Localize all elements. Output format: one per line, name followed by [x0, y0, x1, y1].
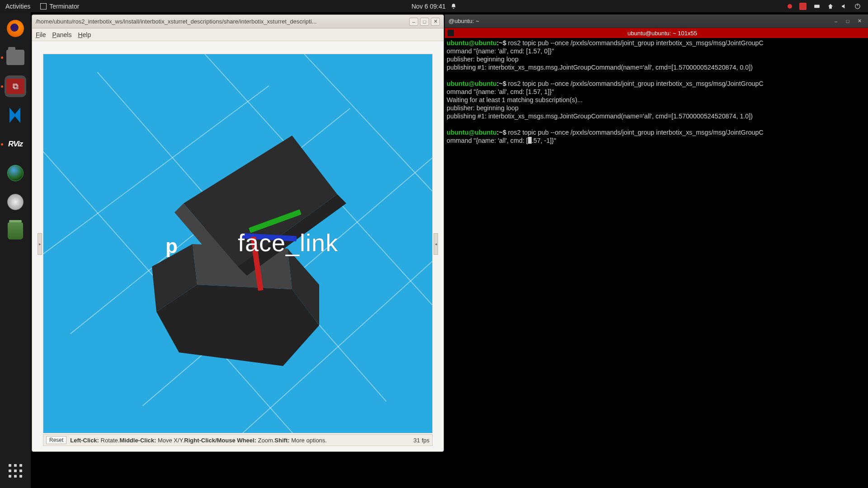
dock-terminator[interactable]: ⧉ [5, 75, 26, 97]
term-tab-title: ubuntu@ubuntu: ~ 101x55 [457, 30, 868, 37]
gnome-top-panel: Activities Terminator Nov 6 09:41 [0, 0, 868, 12]
terminal-cursor [528, 137, 532, 144]
globe-icon [7, 165, 24, 181]
minimize-button[interactable]: – [409, 18, 418, 26]
hint-shift: Shift: More options. [274, 437, 327, 444]
menu-file[interactable]: File [36, 31, 46, 38]
firefox-icon [7, 20, 24, 37]
rviz-title: /home/ubuntu/ros2_interbotix_ws/install/… [36, 18, 407, 25]
disc-icon [7, 194, 24, 210]
svg-rect-2 [857, 4, 858, 6]
term-tab-header[interactable]: ubuntu@ubuntu: ~ 101x55 [445, 28, 868, 38]
cmd-text: ros2 topic pub --once /pxxls/commands/jo… [508, 39, 764, 47]
activities-button[interactable]: Activities [5, 3, 30, 10]
rviz-window: /home/ubuntu/ros2_interbotix_ws/install/… [32, 14, 444, 452]
svg-rect-0 [814, 5, 820, 8]
dock-trash[interactable] [5, 220, 26, 242]
prompt-user: ubuntu@ubuntu [447, 129, 497, 136]
fps-counter: 31 fps [414, 437, 429, 444]
dock-globe[interactable] [5, 162, 26, 184]
menu-help[interactable]: Help [78, 31, 91, 38]
cmd-text: ommand "{name: 'all', cmd: [1.57, 0]}" [447, 47, 554, 55]
notification-icon[interactable] [450, 3, 457, 9]
prompt-user: ubuntu@ubuntu [447, 80, 497, 87]
network-icon[interactable] [827, 3, 834, 9]
dock: ⧉ RViz [0, 12, 31, 488]
terminator-icon: ⧉ [6, 79, 24, 94]
files-icon [6, 50, 24, 65]
prompt-path: :~$ [497, 39, 508, 47]
term-output: Waiting for at least 1 matching subscrip… [447, 96, 583, 103]
rviz-titlebar[interactable]: /home/ubuntu/ros2_interbotix_ws/install/… [32, 15, 443, 28]
prompt-path: :~$ [497, 129, 508, 136]
left-panel-handle[interactable]: ▸ [38, 233, 42, 255]
close-button[interactable]: ✕ [431, 18, 440, 26]
record-indicator-icon[interactable] [788, 4, 792, 9]
volume-icon[interactable] [841, 3, 847, 9]
right-panel-handle[interactable]: ◂ [434, 233, 438, 255]
term-titlebar[interactable]: @ubuntu: ~ – □ ✕ [445, 14, 868, 28]
power-icon[interactable] [854, 3, 861, 9]
term-output: publisher: beginning loop [447, 56, 519, 63]
maximize-button[interactable]: □ [843, 17, 853, 25]
rviz-icon: RViz [8, 140, 23, 149]
dock-files[interactable] [5, 47, 26, 68]
cmd-text: ommand "{name: 'all', cmd: [ [447, 137, 528, 144]
clock[interactable]: Nov 6 09:41 [411, 3, 446, 10]
term-output: publishing #1: interbotix_xs_msgs.msg.Jo… [447, 113, 753, 120]
hint-right: Right-Click/Mouse Wheel: Zoom. [184, 437, 274, 444]
minimize-button[interactable]: – [831, 17, 841, 25]
label-face-link: face_link [238, 229, 338, 257]
label-p: p [165, 235, 178, 258]
active-app-icon [40, 3, 47, 9]
terminator-tab-icon [448, 30, 454, 36]
trash-icon [8, 222, 23, 239]
terminal-body[interactable]: ubuntu@ubuntu:~$ ros2 topic pub --once /… [445, 38, 868, 488]
cmd-text: .57, -1]}" [532, 137, 556, 144]
cmd-text: ros2 topic pub --once /pxxls/commands/jo… [508, 80, 764, 87]
cmd-text: ros2 topic pub --once /pxxls/commands/jo… [508, 129, 764, 136]
dock-vscode[interactable] [5, 104, 26, 126]
dock-firefox[interactable] [5, 18, 26, 39]
svg-marker-11 [156, 285, 319, 366]
term-output: publishing #1: interbotix_xs_msgs.msg.Jo… [447, 64, 753, 71]
keyboard-icon[interactable] [814, 3, 820, 9]
dock-rviz[interactable]: RViz [5, 133, 26, 155]
rviz-3d-viewport[interactable]: p face_link [43, 54, 433, 433]
robot-model [125, 108, 378, 425]
hint-middle: Middle-Click: Move X/Y. [119, 437, 184, 444]
terminator-window: @ubuntu: ~ – □ ✕ ubuntu@ubuntu: ~ 101x55… [445, 14, 868, 488]
tray-app-icon[interactable] [799, 3, 807, 10]
reset-button[interactable]: Reset [46, 436, 66, 444]
term-output: publisher: beginning loop [447, 104, 519, 112]
cmd-text: ommand "{name: 'all', cmd: [1.57, 1]}" [447, 88, 554, 95]
hint-left: Left-Click: Rotate. [70, 437, 119, 444]
prompt-path: :~$ [497, 80, 508, 87]
rviz-menubar: File Panels Help [32, 28, 443, 41]
active-app-name[interactable]: Terminator [49, 3, 79, 10]
vscode-icon [8, 108, 23, 123]
prompt-user: ubuntu@ubuntu [447, 39, 497, 47]
maximize-button[interactable]: □ [420, 18, 429, 26]
menu-panels[interactable]: Panels [52, 31, 72, 38]
show-applications-button[interactable] [5, 460, 26, 482]
term-title: @ubuntu: ~ [448, 18, 829, 24]
rviz-status-bar: Reset Left-Click: Rotate. Middle-Click: … [43, 434, 433, 446]
dock-disc[interactable] [5, 191, 26, 213]
close-button[interactable]: ✕ [854, 17, 864, 25]
